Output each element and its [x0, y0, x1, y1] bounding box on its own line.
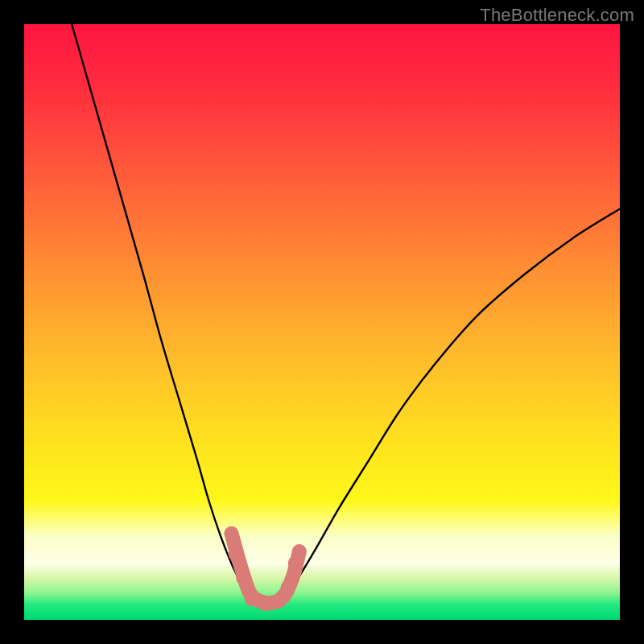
- data-marker: [288, 556, 303, 571]
- watermark-text: TheBottleneck.com: [480, 5, 634, 26]
- plot-area: [24, 24, 620, 620]
- data-marker: [258, 597, 273, 611]
- data-marker: [281, 580, 295, 594]
- data-marker: [229, 547, 243, 562]
- data-marker: [236, 571, 250, 585]
- data-marker: [272, 593, 287, 608]
- data-marker: [245, 592, 259, 606]
- outer-frame: TheBottleneck.com: [0, 0, 644, 644]
- curve-left: [72, 24, 286, 605]
- chart-svg: [24, 24, 620, 620]
- curve-right: [286, 208, 620, 597]
